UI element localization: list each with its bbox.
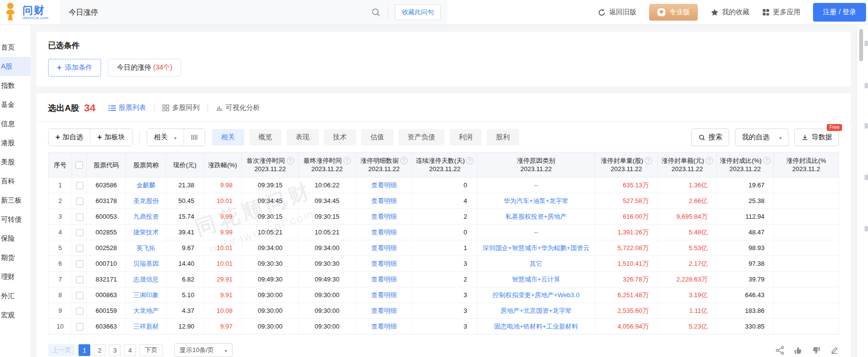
column-header-consecutive-days[interactable]: 连续涨停天数(天)2023.11.22 xyxy=(413,153,477,178)
sidebar-item-neeq[interactable]: 新三板 xyxy=(0,191,30,210)
column-header-seal-volume[interactable]: 涨停封单量(股)2023.11.22 xyxy=(595,153,658,178)
page-4[interactable]: 4 xyxy=(124,344,136,356)
view-detail-link[interactable]: 查看明细 xyxy=(371,260,397,267)
add-condition-button[interactable]: 添加条件 xyxy=(48,59,101,76)
filter-tab-overview[interactable]: 概览 xyxy=(249,129,282,146)
view-visual-analysis[interactable]: 可视化分析 xyxy=(216,103,260,112)
cell-name-link[interactable]: 金麒麟 xyxy=(126,178,166,193)
view-detail-link[interactable]: 查看明细 xyxy=(371,213,397,220)
column-header-first-limit-time[interactable]: 首次涨停时间2023.11.22 xyxy=(242,153,299,178)
login-button[interactable]: 注册 / 登录 xyxy=(813,3,866,22)
row-checkbox[interactable] xyxy=(76,229,83,236)
info-icon[interactable] xyxy=(400,157,408,164)
feedback-icon[interactable] xyxy=(830,346,839,355)
column-header-checkbox[interactable] xyxy=(72,153,87,178)
column-header-limit-detail[interactable]: 涨停明细数据2023.11.22 xyxy=(356,153,413,178)
sidebar-item-macro[interactable]: 宏观 xyxy=(0,306,30,325)
column-header-code[interactable]: 股票代码 xyxy=(87,153,126,178)
reason-link[interactable]: 其它 xyxy=(530,260,543,267)
reason-link[interactable]: 深圳国企+智慧城市+华为鲲鹏+国资云 xyxy=(483,244,590,252)
info-icon[interactable] xyxy=(343,157,351,164)
cell-name-link[interactable]: 英飞拓 xyxy=(126,240,166,256)
reason-link[interactable]: -- xyxy=(534,181,538,189)
filter-tab-related[interactable]: 相关 xyxy=(212,129,244,146)
page-3[interactable]: 3 xyxy=(109,344,121,356)
view-detail-link[interactable]: 查看明细 xyxy=(371,307,397,314)
sidebar-item-info[interactable]: 信息 xyxy=(0,114,30,133)
cell-name-link[interactable]: 捷荣技术 xyxy=(126,225,166,240)
add-to-board-button[interactable]: 加板块 xyxy=(90,129,132,146)
sidebar-item-home[interactable]: 首页 xyxy=(0,38,30,57)
sidebar-item-index[interactable]: 指数 xyxy=(0,76,30,95)
info-icon[interactable] xyxy=(287,157,294,164)
cell-name-link[interactable]: 九鼎投资 xyxy=(126,209,166,225)
filter-tab-performance[interactable]: 表现 xyxy=(287,129,319,146)
view-detail-link[interactable]: 查看明细 xyxy=(371,323,397,330)
sidebar-item-wiki[interactable]: 百科 xyxy=(0,172,30,191)
header-checkbox[interactable] xyxy=(76,161,83,169)
sidebar-item-hk-stocks[interactable]: 港股 xyxy=(0,133,30,153)
info-icon[interactable] xyxy=(706,157,713,164)
cell-name-link[interactable]: 三湘印象 xyxy=(126,287,166,303)
like-icon[interactable] xyxy=(793,346,803,355)
dislike-icon[interactable] xyxy=(812,346,821,355)
sidebar-item-fund[interactable]: 基金 xyxy=(0,95,30,114)
filter-tab-technical[interactable]: 技术 xyxy=(324,129,356,146)
sidebar-item-futures[interactable]: 期货 xyxy=(0,248,30,267)
related-columns-dropdown[interactable]: 相关 xyxy=(147,129,184,146)
column-header-seal-flow-ratio[interactable]: 涨停封流比(%2023.11.2 xyxy=(774,153,839,178)
reason-link[interactable]: -- xyxy=(534,229,538,236)
my-favorites-button[interactable]: 我的收藏 xyxy=(710,8,749,17)
sidebar-item-a-shares[interactable]: A股 xyxy=(0,57,30,76)
cell-name-link[interactable]: 圣龙股份 xyxy=(126,193,166,209)
iwencai-logo[interactable]: 问财 iWenCai.com xyxy=(0,2,60,23)
row-checkbox[interactable] xyxy=(76,323,83,331)
cell-name-link[interactable]: 大龙地产 xyxy=(126,303,166,319)
view-detail-link[interactable]: 查看明细 xyxy=(371,244,397,252)
view-multi-stock-columns[interactable]: 多股同列 xyxy=(162,103,200,112)
row-checkbox[interactable] xyxy=(76,307,83,315)
row-checkbox[interactable] xyxy=(76,276,83,283)
sidebar-item-us-stocks[interactable]: 美股 xyxy=(0,153,30,172)
view-detail-link[interactable]: 查看明细 xyxy=(371,181,397,189)
sidebar-item-convertible-bond[interactable]: 可转债 xyxy=(0,210,30,229)
view-detail-link[interactable]: 查看明细 xyxy=(371,276,397,283)
filter-tab-balance-sheet[interactable]: 资产负债 xyxy=(398,129,445,146)
row-checkbox[interactable] xyxy=(76,292,83,299)
row-checkbox[interactable] xyxy=(76,245,83,252)
filter-tab-dividend[interactable]: 股利 xyxy=(487,129,519,146)
reason-link[interactable]: 房地产+北京国资+龙字辈 xyxy=(500,307,572,314)
column-header-seal-amount[interactable]: 涨停封单额(元)2023.11.22 xyxy=(658,153,717,178)
my-watchlist-dropdown[interactable]: 我的自选 xyxy=(735,128,789,146)
view-detail-link[interactable]: 查看明细 xyxy=(371,197,397,204)
row-checkbox[interactable] xyxy=(76,260,83,268)
row-checkbox[interactable] xyxy=(76,198,83,205)
scrollbar-thumb[interactable] xyxy=(859,29,863,61)
reason-link[interactable]: 控制权拟变更+房地产+Web3.0 xyxy=(493,291,579,299)
sidebar-item-insurance[interactable]: 保险 xyxy=(0,229,30,248)
info-icon[interactable] xyxy=(763,157,770,164)
filter-tab-profit[interactable]: 利润 xyxy=(449,129,482,146)
page-2[interactable]: 2 xyxy=(94,344,105,356)
view-detail-link[interactable]: 查看明细 xyxy=(371,291,397,299)
export-data-button[interactable]: 导数据 xyxy=(794,128,839,146)
column-header-price[interactable]: 现价(元) xyxy=(166,153,204,178)
page-size-dropdown[interactable]: 显示10条/页 xyxy=(174,343,233,357)
condition-chip[interactable]: 今日的涨停 (34个) xyxy=(108,59,181,76)
column-header-change[interactable]: 涨跌幅(%) xyxy=(204,153,242,178)
reason-link[interactable]: 华为汽车+油泵+龙字辈 xyxy=(503,197,568,204)
reason-link[interactable]: 固态电池+锆材料+工业新材料 xyxy=(494,323,578,330)
search-button[interactable]: 搜索 xyxy=(691,128,729,146)
column-header-seal-ratio[interactable]: 涨停封成比(%)2023.11.22 xyxy=(717,153,774,178)
info-icon[interactable] xyxy=(645,157,652,164)
cell-name-link[interactable]: 志晟信息 xyxy=(126,272,166,287)
sidebar-item-forex[interactable]: 外汇 xyxy=(0,286,30,306)
pro-version-button[interactable]: 专业版 xyxy=(649,4,698,21)
row-checkbox[interactable] xyxy=(76,182,83,189)
cell-name-link[interactable]: 三祥新材 xyxy=(126,319,166,334)
column-header-last-limit-time[interactable]: 最终涨停时间2023.11.22 xyxy=(299,153,356,178)
more-apps-button[interactable]: 更多应用 xyxy=(762,8,800,17)
column-header-name[interactable]: 股票简称 xyxy=(126,153,166,178)
search-input[interactable]: 今日涨停 xyxy=(69,8,371,17)
next-page-button[interactable]: 下页 xyxy=(139,344,163,356)
